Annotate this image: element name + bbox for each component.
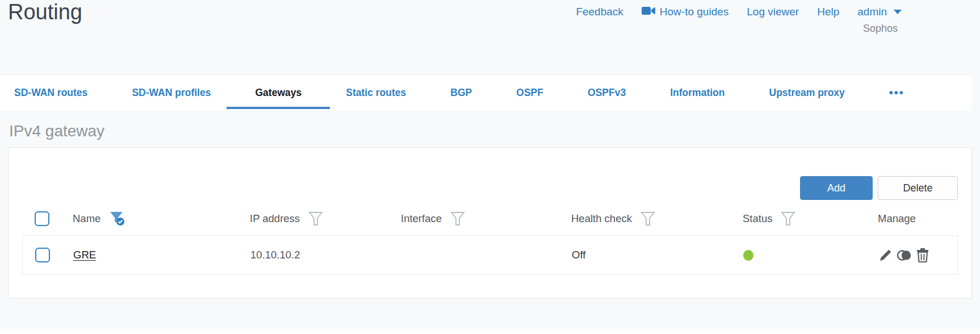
column-header-status: Status — [743, 212, 772, 225]
delete-icon[interactable] — [916, 248, 929, 262]
tab-static-routes[interactable]: Static routes — [346, 75, 406, 111]
tabs-more-button[interactable]: ••• — [889, 75, 904, 111]
filter-icon[interactable] — [308, 211, 323, 226]
column-header-manage: Manage — [878, 212, 916, 225]
routing-tab-bar: SD-WAN routes SD-WAN profiles Gateways S… — [0, 74, 971, 111]
delete-button[interactable]: Delete — [878, 176, 958, 200]
ip-address-value: 10.10.10.2 — [250, 249, 300, 261]
page-header: Routing Feedback How-to guides Log viewe… — [0, 0, 980, 74]
filter-icon[interactable] — [781, 211, 795, 226]
help-link[interactable]: Help — [817, 6, 839, 18]
bottom-strip — [0, 329, 980, 334]
edit-icon[interactable] — [878, 248, 893, 262]
filter-icon[interactable] — [640, 211, 655, 226]
chevron-down-icon — [894, 10, 902, 14]
brand-label: Sophos — [863, 23, 898, 35]
tab-gateways[interactable]: Gateways — [255, 75, 301, 111]
tab-bgp[interactable]: BGP — [450, 75, 472, 111]
filter-active-icon[interactable] — [109, 211, 126, 227]
toolbar: Add Delete — [9, 148, 971, 200]
section-heading: IPv4 gateway — [9, 122, 980, 140]
table-row: GRE 10.10.10.2 Off — [23, 236, 957, 274]
row-checkbox[interactable] — [35, 248, 50, 262]
tab-sdwan-profiles[interactable]: SD-WAN profiles — [132, 75, 211, 111]
video-camera-icon — [642, 6, 655, 18]
clone-icon[interactable] — [897, 248, 912, 262]
tab-upstream-proxy[interactable]: Upstream proxy — [769, 75, 845, 111]
health-check-value: Off — [572, 249, 585, 261]
column-header-interface: Interface — [401, 212, 442, 225]
tab-information[interactable]: Information — [670, 75, 724, 111]
user-menu[interactable]: admin — [857, 6, 902, 18]
select-all-checkbox[interactable] — [35, 211, 49, 226]
page-title: Routing — [8, 0, 82, 24]
column-header-ip-address: IP address — [250, 212, 300, 225]
feedback-link[interactable]: Feedback — [576, 6, 623, 18]
column-header-health-check: Health check — [571, 212, 632, 225]
top-nav: Feedback How-to guides Log viewer Help a… — [576, 6, 902, 18]
ipv4-gateway-card: Add Delete Name IP address — [8, 147, 972, 299]
filter-icon[interactable] — [450, 211, 465, 226]
manage-actions — [878, 248, 957, 262]
status-dot — [743, 250, 753, 261]
tab-ospf[interactable]: OSPF — [516, 75, 543, 111]
add-button[interactable]: Add — [800, 176, 873, 200]
tab-ospfv3[interactable]: OSPFv3 — [588, 75, 626, 111]
table-body: GRE 10.10.10.2 Off — [22, 235, 958, 275]
tab-sdwan-routes[interactable]: SD-WAN routes — [14, 75, 87, 111]
user-name: admin — [857, 6, 887, 18]
log-viewer-link[interactable]: Log viewer — [747, 6, 799, 18]
gateway-table: Name IP address Interface — [22, 202, 958, 275]
howto-guides-link[interactable]: How-to guides — [642, 6, 728, 18]
column-header-name: Name — [73, 212, 100, 225]
gateway-name-link[interactable]: GRE — [73, 249, 96, 261]
table-header-row: Name IP address Interface — [22, 202, 958, 235]
